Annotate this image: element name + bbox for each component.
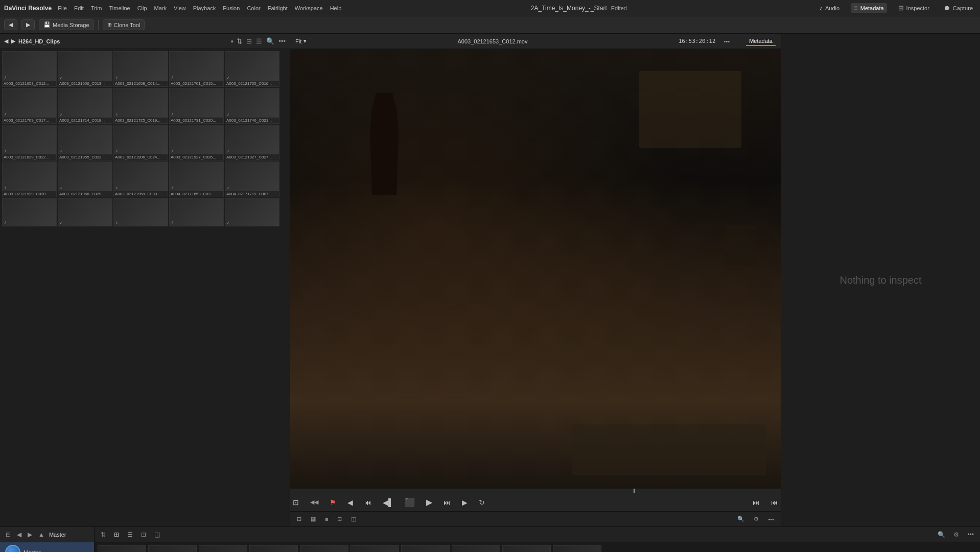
clip-item[interactable]: ♪ A004_02171719_C007...: [225, 162, 279, 197]
bins-up-icon[interactable]: ▲: [37, 530, 46, 539]
play-btn[interactable]: ▶: [424, 496, 435, 509]
main-clip-item[interactable]: ♪ A003_02121550_C...: [249, 545, 298, 552]
bins-back-icon[interactable]: ◀: [15, 530, 23, 539]
clip-settings-btn[interactable]: ⚙: [951, 530, 961, 539]
viewer-more-icon[interactable]: •••: [724, 38, 730, 44]
view-list-icon[interactable]: ☰: [256, 37, 262, 45]
inspector-button[interactable]: ⊞ Inspector: [895, 3, 932, 13]
bins-forward-icon[interactable]: ▶: [26, 530, 34, 539]
clip-item[interactable]: ♪ A003_02121705_C016...: [225, 51, 279, 87]
sort-btn[interactable]: ⇅: [99, 530, 108, 539]
viewer-transform-btn[interactable]: ◀◀: [308, 497, 321, 507]
list-view-btn[interactable]: ☰: [125, 530, 135, 539]
menu-clip[interactable]: Clip: [137, 5, 147, 11]
clip-item[interactable]: ♪: [113, 198, 168, 226]
clip-item[interactable]: ♪ A003_02121709_C017...: [2, 88, 57, 124]
clip-item[interactable]: ♪ A003_02121653_C012...: [2, 51, 57, 87]
search-icon[interactable]: 🔍: [266, 37, 274, 45]
menu-playback[interactable]: Playback: [193, 5, 216, 11]
view-sort-icon[interactable]: ⇅: [237, 37, 242, 45]
viewer-scrubber[interactable]: [290, 489, 781, 493]
rewind-to-start-btn[interactable]: ⏮: [768, 497, 781, 508]
clip-item[interactable]: ♪ A003_02121731_C020...: [169, 88, 224, 124]
prev-frame-btn[interactable]: ◀: [345, 497, 356, 508]
viewer-view-btn[interactable]: ◫: [348, 515, 359, 523]
menu-help[interactable]: Help: [330, 5, 342, 11]
nav-forward-icon[interactable]: ▶: [11, 38, 15, 44]
menu-file[interactable]: File: [58, 5, 67, 11]
menu-trim[interactable]: Trim: [91, 5, 102, 11]
view-options-btn[interactable]: ◫: [152, 530, 162, 539]
clip-item[interactable]: ♪ A003_02121855_C023...: [58, 125, 112, 160]
main-clip-item[interactable]: ♪ A003_02121603_C...: [300, 545, 348, 552]
reverse-play-btn[interactable]: ◀▌: [380, 497, 396, 508]
toggle-panels-icon[interactable]: ⊟: [4, 530, 12, 539]
step-forward-btn[interactable]: ⏭: [441, 497, 453, 508]
viewer-layout-btn[interactable]: ⊡: [290, 497, 301, 508]
menu-edit[interactable]: Edit: [74, 5, 84, 11]
menu-view[interactable]: View: [174, 5, 186, 11]
clip-item[interactable]: ♪ A003_02121746_C021...: [225, 88, 279, 124]
zoom-btn[interactable]: 🔍: [936, 530, 947, 539]
view-grid-icon[interactable]: ⊞: [246, 37, 252, 45]
menu-fusion[interactable]: Fusion: [223, 5, 240, 11]
clip-item[interactable]: ♪: [225, 198, 279, 226]
timecode-display[interactable]: ⊟: [294, 515, 304, 523]
forward-button[interactable]: ▶: [21, 19, 35, 30]
fit-dropdown[interactable]: Fit ▾: [295, 38, 307, 44]
loop-btn[interactable]: ↻: [476, 497, 487, 508]
clip-item[interactable]: ♪: [2, 198, 57, 226]
main-clip-item[interactable]: ♪ A003_02121542_C...: [98, 545, 146, 552]
display-btn[interactable]: ⊡: [139, 530, 148, 539]
more-options-btn[interactable]: •••: [765, 515, 777, 523]
grid-view-btn[interactable]: ⊞: [112, 530, 121, 539]
zoom-in-btn[interactable]: 🔍: [735, 515, 747, 523]
clip-item[interactable]: ♪ A003_02121906_C024...: [113, 125, 168, 160]
menu-fairlight[interactable]: Fairlight: [268, 5, 288, 11]
clip-item[interactable]: ♪ A003_02121656_C013...: [58, 51, 112, 87]
menu-mark[interactable]: Mark: [154, 5, 167, 11]
clip-item[interactable]: ♪ A003_02121658_C014...: [113, 51, 168, 87]
metadata-button[interactable]: ≡ Metadata: [851, 3, 886, 13]
menu-workspace[interactable]: Workspace: [295, 5, 323, 11]
more-options-icon[interactable]: •••: [278, 37, 286, 45]
clip-item[interactable]: ♪ A003_02121725_C019...: [113, 88, 168, 124]
clip-item[interactable]: ♪ A004_02171653_C03...: [169, 162, 224, 197]
clip-item[interactable]: ♪ A003_02121956_C029...: [58, 162, 112, 197]
menu-color[interactable]: Color: [247, 5, 260, 11]
media-storage-button[interactable]: 💾 Media Storage: [39, 19, 94, 30]
audio-button[interactable]: ♪ Audio: [816, 3, 843, 13]
main-clip-item[interactable]: ♪ A003_02121549_C...: [199, 545, 247, 552]
viewer-list-btn[interactable]: ≡: [322, 515, 331, 523]
master-bin-indicator[interactable]: [5, 545, 20, 552]
fast-forward-to-end-btn[interactable]: ⏭: [750, 497, 762, 508]
clip-more-btn[interactable]: •••: [965, 530, 976, 539]
clip-item[interactable]: ♪ A003_02121701_C015...: [169, 51, 224, 87]
clip-item[interactable]: ♪ A003_02121839_C022...: [2, 125, 57, 160]
step-back-btn[interactable]: ⏮: [362, 497, 374, 508]
nav-back-icon[interactable]: ◀: [4, 38, 8, 44]
main-clip-item[interactable]: ♪ A003_02121547_C...: [148, 545, 197, 552]
clip-item[interactable]: ♪ A003_02121927_C027...: [225, 125, 279, 160]
menu-timeline[interactable]: Timeline: [109, 5, 130, 11]
clip-item[interactable]: ♪: [169, 198, 224, 226]
main-clip-item[interactable]: ♪ A003_02121606_C...: [351, 545, 399, 552]
flag-button[interactable]: ⚑: [327, 497, 339, 508]
clone-tool-button[interactable]: ⊕ Clone Tool: [103, 19, 145, 30]
back-button[interactable]: ◀: [4, 19, 17, 30]
capture-button[interactable]: ⏺ Capture: [941, 3, 976, 13]
clip-item[interactable]: ♪ A003_02121714_C018...: [58, 88, 112, 124]
main-clip-item[interactable]: ♪ A003_02121653_C...: [452, 545, 500, 552]
playback-display-btn[interactable]: ▦: [308, 515, 318, 523]
clip-item[interactable]: ♪ A003_02121939_C028...: [2, 162, 57, 197]
clip-item[interactable]: ♪: [58, 198, 112, 226]
main-clip-item[interactable]: ♪ A003_02121614_C...: [401, 545, 450, 552]
main-clip-item[interactable]: ♪ A003_02121656_C...: [502, 545, 551, 552]
stop-btn[interactable]: ⬛: [402, 496, 417, 509]
viewer-metadata-tab[interactable]: Metadata: [746, 37, 776, 46]
viewer-display-btn[interactable]: ⊡: [335, 515, 344, 523]
master-bin-item[interactable]: Master: [0, 542, 94, 552]
clip-item[interactable]: ♪ A003_02121927_C026...: [169, 125, 224, 160]
next-frame-btn[interactable]: ▶: [459, 497, 470, 508]
viewer-settings-btn[interactable]: ⚙: [751, 515, 761, 523]
